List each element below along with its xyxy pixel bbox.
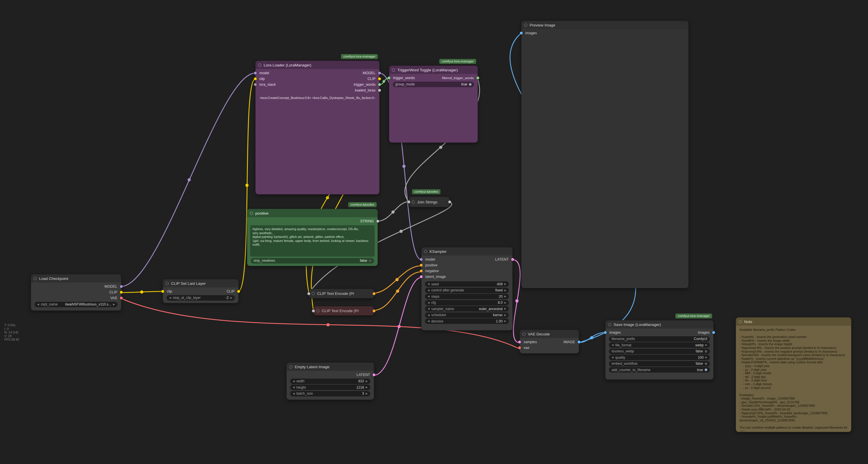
collapse-toggle-icon[interactable] <box>392 68 395 71</box>
input-port-collapsed[interactable] <box>309 292 310 295</box>
node-preview-image[interactable]: Preview Image images <box>521 21 689 288</box>
input-port-images[interactable] <box>604 331 607 334</box>
note-text[interactable]: Available filename_prefix Pattern Codes … <box>736 326 851 431</box>
collapse-toggle-icon[interactable] <box>250 212 253 215</box>
decrement-arrow-icon[interactable] <box>37 303 39 306</box>
input-port-clip[interactable] <box>254 77 257 80</box>
collapse-toggle-icon[interactable] <box>316 309 319 312</box>
width-widget[interactable]: width 832 <box>290 379 370 384</box>
input-port-strings[interactable] <box>409 201 410 203</box>
node-clip-text-encode-negative[interactable]: CLIP Text Encode (Pr <box>313 306 374 316</box>
collapse-toggle-icon[interactable] <box>165 282 169 285</box>
increment-arrow-icon[interactable] <box>504 320 506 322</box>
output-port-latent[interactable] <box>373 373 375 376</box>
collapse-toggle-icon[interactable] <box>289 365 292 369</box>
increment-arrow-icon[interactable] <box>504 314 506 316</box>
node-clip-set-last-layer[interactable]: CLIP Set Last Layer clip CLIP stop_at_cl… <box>163 279 239 303</box>
output-port-trigger-words[interactable] <box>378 83 381 86</box>
collapse-toggle-icon[interactable] <box>412 201 415 204</box>
strip-newlines-toggle[interactable]: strip_newlines false <box>251 258 374 263</box>
collapse-toggle-icon[interactable] <box>424 250 427 253</box>
cfg-widget[interactable]: cfg 8.0 <box>425 300 509 306</box>
decrement-arrow-icon[interactable] <box>293 380 295 383</box>
seed-widget[interactable]: seed 409 <box>425 281 509 287</box>
node-lora-loader[interactable]: Lora Loader (LoraManager) model MODEL cl… <box>255 61 379 195</box>
collapse-toggle-icon[interactable] <box>608 323 611 326</box>
filename-prefix-widget[interactable]: filename_prefix ComfyUI <box>609 336 710 342</box>
input-port-positive[interactable] <box>420 264 423 267</box>
output-port-string[interactable] <box>376 220 379 223</box>
embed-workflow-toggle[interactable]: embed_workflow false <box>609 361 710 367</box>
output-port-conditioning[interactable] <box>373 292 374 295</box>
collapse-toggle-icon[interactable] <box>522 332 526 336</box>
steps-widget[interactable]: steps 20 <box>425 294 509 299</box>
batch-size-widget[interactable]: batch_size 3 <box>290 391 370 397</box>
decrement-arrow-icon[interactable] <box>428 289 430 292</box>
input-port-model[interactable] <box>254 71 257 75</box>
output-port-model[interactable] <box>120 285 123 288</box>
increment-arrow-icon[interactable] <box>366 393 368 395</box>
comfyui-canvas[interactable]: { "stats": {"lines": ["T: 0.00s", "I: 0"… <box>0 0 868 464</box>
increment-arrow-icon[interactable] <box>504 289 506 292</box>
node-clip-text-encode-positive[interactable]: CLIP Text Encode (Pr <box>309 289 374 298</box>
decrement-arrow-icon[interactable] <box>428 314 430 316</box>
increment-arrow-icon[interactable] <box>366 386 368 388</box>
input-port-vae[interactable] <box>518 346 521 349</box>
collapse-toggle-icon[interactable] <box>258 64 261 67</box>
node-header[interactable]: Join Strings <box>409 197 450 207</box>
node-vae-decode[interactable]: VAE Decode samples IMAGE vae <box>520 330 579 353</box>
node-load-checkpoint[interactable]: Load Checkpoint MODEL CLIP VAE ckpt_name… <box>31 274 121 311</box>
node-note[interactable]: Note Available filename_prefix Pattern C… <box>736 317 851 432</box>
stop-at-clip-layer-widget[interactable]: stop_at_clip_layer -2 <box>166 295 235 300</box>
node-header[interactable]: CLIP Set Last Layer <box>163 279 238 287</box>
input-port-collapsed[interactable] <box>314 310 315 312</box>
quality-widget[interactable]: quality 100 <box>609 355 710 360</box>
node-empty-latent-image[interactable]: Empty Latent Image LATENT width 832 heig… <box>286 362 374 400</box>
lossless-webp-toggle[interactable]: lossless_webp false <box>609 349 710 354</box>
output-port-clip[interactable] <box>120 291 123 294</box>
increment-arrow-icon[interactable] <box>705 356 707 359</box>
node-header[interactable]: VAE Decode <box>520 330 579 338</box>
input-port-clip[interactable] <box>161 290 164 293</box>
increment-arrow-icon[interactable] <box>113 303 115 306</box>
increment-arrow-icon[interactable] <box>504 295 506 298</box>
output-port-images[interactable] <box>712 331 715 334</box>
output-port-image[interactable] <box>578 341 581 344</box>
height-widget[interactable]: height 1216 <box>290 385 370 390</box>
input-port-model[interactable] <box>420 258 423 261</box>
decrement-arrow-icon[interactable] <box>428 295 430 298</box>
sampler-name-widget[interactable]: sampler_name euler_ancestral <box>425 306 509 312</box>
increment-arrow-icon[interactable] <box>504 301 506 304</box>
increment-arrow-icon[interactable] <box>705 344 707 346</box>
node-save-image[interactable]: Save Image (LoraManager) images images f… <box>605 320 714 380</box>
add-counter-to-filename-toggle[interactable]: add_counter_to_filename true <box>609 367 710 373</box>
control-after-generate-widget[interactable]: control after generate fixed <box>425 288 509 293</box>
ckpt-name-combo[interactable]: ckpt_name ilwaiNSFWIllustrious_v110.s... <box>34 302 118 307</box>
collapse-toggle-icon[interactable] <box>312 292 315 295</box>
collapse-toggle-icon[interactable] <box>739 320 742 323</box>
decrement-arrow-icon[interactable] <box>612 356 614 359</box>
decrement-arrow-icon[interactable] <box>428 308 430 310</box>
group-mode-toggle[interactable]: group_mode true <box>393 82 474 87</box>
decrement-arrow-icon[interactable] <box>293 393 295 395</box>
lora-selection-text[interactable]: <lora:CreateConcept_Illustrious:0.8> <lo… <box>259 96 375 99</box>
scheduler-widget[interactable]: scheduler karras <box>425 312 509 318</box>
input-port-samples[interactable] <box>518 341 521 344</box>
output-port-clip[interactable] <box>237 290 240 293</box>
collapse-toggle-icon[interactable] <box>34 277 37 280</box>
node-header[interactable]: Save Image (LoraManager) <box>606 320 713 328</box>
output-port-filtered-trigger-words[interactable] <box>476 77 479 79</box>
node-join-strings[interactable]: Join Strings <box>409 197 450 207</box>
collapse-toggle-icon[interactable] <box>524 24 527 27</box>
decrement-arrow-icon[interactable] <box>428 301 430 304</box>
output-port-string[interactable] <box>448 201 450 203</box>
node-header[interactable]: positive <box>247 209 377 217</box>
node-ksampler[interactable]: KSampler model LATENT positive negative … <box>421 247 513 330</box>
output-port-vae[interactable] <box>120 297 123 299</box>
decrement-arrow-icon[interactable] <box>428 283 430 285</box>
output-port-clip[interactable] <box>378 77 381 80</box>
output-port-latent[interactable] <box>511 258 514 261</box>
input-port-trigger-words[interactable] <box>388 77 391 79</box>
node-header[interactable]: Note <box>736 318 851 326</box>
decrement-arrow-icon[interactable] <box>169 297 171 299</box>
